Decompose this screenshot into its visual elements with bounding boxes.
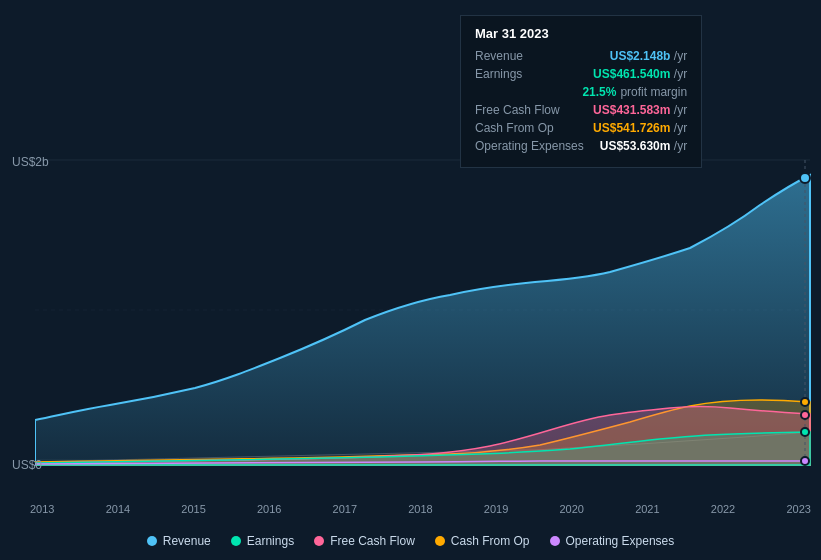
svg-point-9 [801,428,809,436]
tooltip-revenue-unit: /yr [674,49,687,63]
legend-dot-cfop [435,536,445,546]
tooltip-profit-margin-label: profit margin [620,85,687,99]
legend-dot-opexp [550,536,560,546]
x-label-2015: 2015 [181,503,205,515]
tooltip-opexp-amount: US$53.630m [600,139,671,153]
legend-dot-earnings [231,536,241,546]
legend-label-opexp: Operating Expenses [566,534,675,548]
tooltip-fcf-amount: US$431.583m [593,103,670,117]
tooltip-opexp-value: US$53.630m /yr [584,139,687,153]
tooltip-opexp-unit: /yr [674,139,687,153]
svg-point-7 [801,398,809,406]
tooltip-revenue-label: Revenue [475,49,523,63]
tooltip-cfop-value: US$541.726m /yr [577,121,687,135]
legend-item-fcf[interactable]: Free Cash Flow [314,534,415,548]
legend-dot-revenue [147,536,157,546]
x-label-2017: 2017 [333,503,357,515]
tooltip-profit-margin-value: 21.5% [582,85,616,99]
x-label-2022: 2022 [711,503,735,515]
y-axis-top-label: US$2b [12,155,49,169]
legend-dot-fcf [314,536,324,546]
tooltip-cfop-row: Cash From Op US$541.726m /yr [475,121,687,135]
legend-label-cfop: Cash From Op [451,534,530,548]
tooltip-fcf-value: US$431.583m /yr [577,103,687,117]
x-label-2018: 2018 [408,503,432,515]
tooltip-revenue-row: Revenue US$2.148b /yr [475,49,687,63]
tooltip-earnings-unit: /yr [674,67,687,81]
legend-item-revenue[interactable]: Revenue [147,534,211,548]
tooltip: Mar 31 2023 Revenue US$2.148b /yr Earnin… [460,15,702,168]
tooltip-earnings-amount: US$461.540m [593,67,670,81]
x-label-2023: 2023 [786,503,810,515]
legend-label-fcf: Free Cash Flow [330,534,415,548]
tooltip-fcf-row: Free Cash Flow US$431.583m /yr [475,103,687,117]
tooltip-fcf-unit: /yr [674,103,687,117]
tooltip-opexp-label: Operating Expenses [475,139,584,153]
tooltip-earnings-label: Earnings [475,67,522,81]
tooltip-revenue-amount: US$2.148b [610,49,671,63]
tooltip-cfop-amount: US$541.726m [593,121,670,135]
legend-label-revenue: Revenue [163,534,211,548]
legend-label-earnings: Earnings [247,534,294,548]
tooltip-date: Mar 31 2023 [475,26,687,41]
legend-item-cfop[interactable]: Cash From Op [435,534,530,548]
legend-item-earnings[interactable]: Earnings [231,534,294,548]
legend-item-opexp[interactable]: Operating Expenses [550,534,675,548]
chart-container: US$2b US$0 2013 2014 2015 2016 2017 2018… [0,0,821,560]
tooltip-cfop-unit: /yr [674,121,687,135]
tooltip-revenue-value: US$2.148b /yr [594,49,687,63]
tooltip-profit-margin-row: 21.5% profit margin [475,85,687,99]
tooltip-fcf-label: Free Cash Flow [475,103,560,117]
svg-point-6 [800,173,810,183]
y-axis-bottom-label: US$0 [12,458,42,472]
x-label-2020: 2020 [559,503,583,515]
tooltip-earnings-value: US$461.540m /yr [577,67,687,81]
x-axis-labels: 2013 2014 2015 2016 2017 2018 2019 2020 … [30,503,811,515]
tooltip-opexp-row: Operating Expenses US$53.630m /yr [475,139,687,153]
tooltip-cfop-label: Cash From Op [475,121,554,135]
x-label-2016: 2016 [257,503,281,515]
x-label-2021: 2021 [635,503,659,515]
x-label-2014: 2014 [106,503,130,515]
chart-legend: Revenue Earnings Free Cash Flow Cash Fro… [0,534,821,548]
x-label-2019: 2019 [484,503,508,515]
x-label-2013: 2013 [30,503,54,515]
svg-point-10 [801,457,809,465]
tooltip-earnings-row: Earnings US$461.540m /yr [475,67,687,81]
svg-point-8 [801,411,809,419]
